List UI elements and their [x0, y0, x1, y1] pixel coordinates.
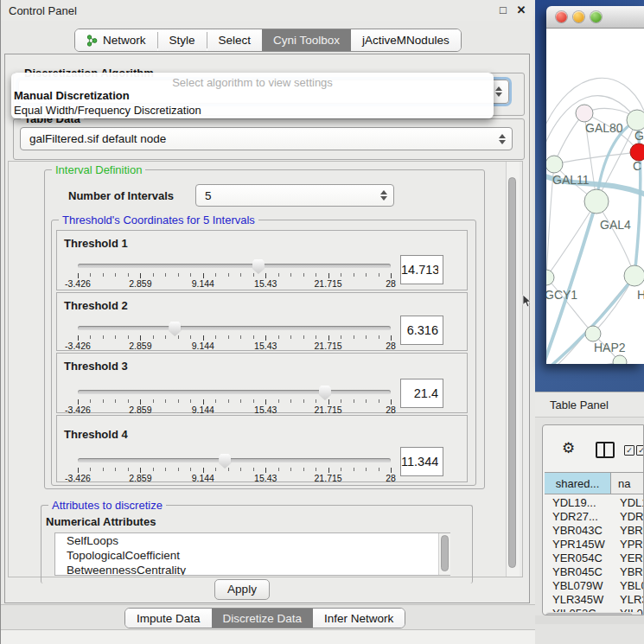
tick-mark — [90, 335, 91, 339]
gear-icon[interactable]: ⚙ — [562, 439, 575, 457]
slider-track[interactable] — [78, 458, 391, 462]
tick-label: 28 — [386, 473, 396, 483]
tick-mark — [278, 335, 279, 339]
tick-label: 15.43 — [254, 278, 277, 289]
settings-scrollbar[interactable] — [506, 162, 520, 577]
list-item[interactable]: BetweennessCentrality — [55, 563, 450, 576]
tab-network[interactable]: Network — [75, 29, 157, 51]
tab-discretize-data[interactable]: Discretize Data — [212, 609, 314, 628]
tick-label: 21.715 — [315, 473, 342, 483]
tick-mark — [178, 399, 179, 403]
tick-mark — [290, 335, 291, 339]
split-columns-icon[interactable] — [596, 442, 615, 458]
control-panel-tabbar: Network Style Select Cyni Toolbox jActiv… — [74, 29, 462, 52]
node-gal4[interactable] — [584, 189, 609, 214]
node-label: H — [637, 288, 644, 302]
tick-mark — [303, 399, 304, 403]
table-row[interactable]: YBR045CYBR0 — [545, 565, 644, 579]
tab-impute-data[interactable]: Impute Data — [125, 609, 212, 628]
slider-thumb[interactable] — [319, 386, 331, 400]
tick-mark — [215, 335, 216, 339]
app-root: Control Panel □ ✕ Network — [0, 0, 644, 644]
tick-label: 2.859 — [129, 473, 151, 483]
table-row[interactable]: YLR345WYLR3 — [545, 593, 644, 607]
slider-thumb[interactable] — [219, 454, 231, 469]
slider-track[interactable] — [78, 390, 391, 394]
scrollbar-thumb[interactable] — [441, 535, 449, 571]
tab-select[interactable]: Select — [207, 29, 263, 51]
cyni-mode-tabbar: Impute Data Discretize Data Infer Networ… — [124, 608, 405, 628]
slider-thumb[interactable] — [252, 259, 265, 274]
tick-mark — [190, 399, 191, 403]
table-data-combobox[interactable]: galFiltered.sif default node — [20, 127, 513, 150]
network-icon — [86, 35, 98, 47]
tick-mark — [228, 468, 229, 471]
table-row[interactable]: YBL079WYBL0 — [545, 579, 644, 593]
tick-mark — [316, 273, 316, 277]
checkbox-icon[interactable]: ✓ — [624, 445, 634, 456]
threshold-4-value-field[interactable] — [400, 447, 443, 476]
tick-mark — [354, 335, 354, 339]
tab-style[interactable]: Style — [158, 29, 207, 51]
table-row[interactable]: YDL19...YDL1 — [545, 496, 644, 510]
list-item[interactable]: SelfLoops — [55, 533, 450, 548]
threshold-4-slider[interactable]: -3.4262.8599.14415.4321.71528 — [78, 454, 391, 483]
list-item[interactable]: TopologicalCoefficient — [55, 548, 450, 563]
panel-title: Control Panel — [9, 4, 77, 17]
slider-thumb[interactable] — [169, 322, 181, 336]
tick-mark — [153, 273, 154, 277]
tick-mark — [354, 399, 354, 403]
node-red-selected[interactable] — [630, 143, 644, 161]
tick-label: 15.43 — [254, 473, 277, 483]
dropdown-option-manual-discretization[interactable]: Manual Discretization — [14, 89, 130, 102]
zoom-traffic-light-icon[interactable] — [590, 11, 602, 22]
apply-button[interactable]: Apply — [214, 579, 270, 600]
slider-track[interactable] — [78, 326, 391, 330]
minimize-traffic-light-icon[interactable] — [573, 11, 584, 22]
close-traffic-light-icon[interactable] — [556, 11, 567, 22]
network-view-window[interactable]: GAL80 GA C GAL11 GAL4 GCY1 H HAP2 — [546, 6, 644, 364]
slider-track[interactable] — [78, 264, 391, 268]
threshold-1-panel: Threshold 1 -3.4262.8599.14415.4321.7152… — [56, 230, 468, 290]
tick-mark — [90, 468, 91, 471]
tab-jactivemnodules[interactable]: jActiveMNodules — [351, 29, 461, 51]
node-h[interactable] — [624, 265, 644, 286]
node-hap2[interactable] — [585, 326, 601, 341]
node-gal80[interactable] — [576, 105, 593, 122]
threshold-1-slider[interactable]: -3.4262.8599.14415.4321.71528 — [78, 259, 391, 289]
threshold-2-slider[interactable]: -3.4262.8599.14415.4321.71528 — [78, 322, 391, 351]
table-row[interactable]: YPR145WYPR1 — [545, 538, 644, 552]
combo-arrows-icon — [497, 134, 507, 144]
dropdown-option-equal-width-frequency[interactable]: Equal Width/Frequency Discretization — [14, 104, 201, 117]
tick-mark — [379, 399, 379, 403]
column-header-name[interactable]: na — [611, 472, 644, 494]
checkbox-icon[interactable]: ✓ — [636, 445, 644, 456]
tick-mark — [103, 468, 104, 471]
network-canvas[interactable]: GAL80 GA C GAL11 GAL4 GCY1 H HAP2 — [546, 29, 644, 364]
threshold-3-value-field[interactable] — [400, 379, 443, 408]
tick-mark — [115, 399, 116, 403]
node-gcy1[interactable] — [546, 270, 554, 285]
close-icon[interactable]: ✕ — [514, 3, 528, 17]
number-of-intervals-combobox[interactable]: 5 — [195, 184, 394, 207]
network-window-titlebar[interactable] — [546, 6, 644, 29]
threshold-3-slider[interactable]: -3.4262.8599.14415.4321.71528 — [78, 386, 391, 415]
tick-mark — [215, 273, 216, 277]
table-row[interactable]: YER054CYER0 — [545, 552, 644, 565]
column-header-shared-name[interactable]: shared... — [545, 472, 611, 494]
float-window-icon[interactable]: □ — [496, 3, 510, 17]
tick-mark — [165, 468, 166, 471]
mouse-cursor — [522, 295, 532, 308]
node-ga[interactable] — [627, 110, 644, 131]
numerical-attributes-list[interactable]: SelfLoops TopologicalCoefficient Between… — [54, 532, 450, 576]
table-row[interactable]: YDR27...YDR2 — [545, 510, 644, 524]
tab-infer-network[interactable]: Infer Network — [313, 609, 405, 628]
group-title: Interval Definition — [52, 163, 145, 176]
threshold-1-value-field[interactable] — [400, 255, 443, 284]
scrollbar-thumb[interactable] — [508, 177, 516, 568]
table-row[interactable]: YBR043CYBR0 — [545, 524, 644, 538]
threshold-2-value-field[interactable] — [400, 316, 443, 345]
tab-cyni-toolbox[interactable]: Cyni Toolbox — [262, 29, 351, 51]
attributes-list-scrollbar[interactable] — [438, 533, 450, 575]
node-gal11[interactable] — [546, 156, 563, 173]
